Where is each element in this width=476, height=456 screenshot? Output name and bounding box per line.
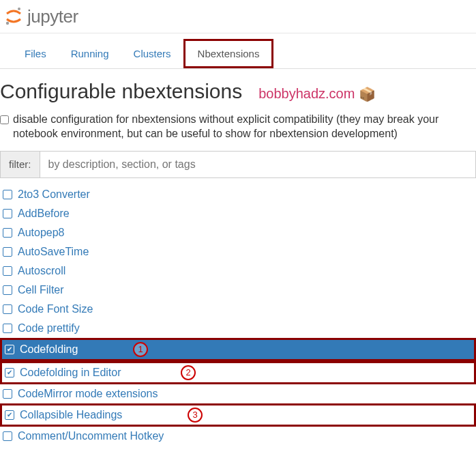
checkbox-checked-icon[interactable] [5,368,14,377]
checkbox-checked-icon[interactable] [5,410,14,420]
extension-name: Codefolding [20,343,78,356]
page-title: Configurable nbextensions [0,80,242,103]
filter-input[interactable] [40,151,476,178]
extension-item[interactable]: Cell Filter [0,281,476,300]
extension-name: AddBefore [18,208,70,220]
svg-point-0 [18,8,20,10]
extension-item[interactable]: Autoscroll [0,261,476,281]
extension-item[interactable]: CodeMirror mode extensions [0,384,476,403]
tab-nbextensions[interactable]: Nbextensions [183,39,274,68]
tab-files[interactable]: Files [12,39,59,68]
checkbox-unchecked-icon[interactable] [3,190,12,199]
cube-icon: 📦 [359,86,376,102]
checkbox-checked-icon[interactable] [5,345,14,354]
watermark: bobbyhadz.com 📦 [258,86,376,102]
disable-compat-row: disable configuration for nbextensions w… [0,113,476,141]
extension-name: Autopep8 [18,227,65,239]
filter-row: filter: [0,151,476,178]
annotation-badge: 2 [181,365,196,380]
extension-name: Codefolding in Editor [20,367,121,379]
logo[interactable]: jupyter [3,5,78,27]
extensions-list: 2to3 ConverterAddBeforeAutopep8AutoSaveT… [0,185,476,446]
extension-name: 2to3 Converter [18,188,90,201]
checkbox-unchecked-icon[interactable] [3,209,12,218]
extension-item[interactable]: Codefolding in Editor2 [0,361,476,384]
extension-item[interactable]: AddBefore [0,204,476,223]
extension-name: CodeMirror mode extensions [18,388,158,400]
brand-text: jupyter [27,6,78,27]
checkbox-unchecked-icon[interactable] [3,389,12,399]
svg-point-1 [6,22,9,25]
jupyter-icon [3,5,25,27]
extension-name: Code Font Size [18,303,93,315]
extension-item[interactable]: 2to3 Converter [0,185,476,204]
annotation-badge: 1 [133,342,148,357]
extension-name: AutoSaveTime [18,246,89,258]
checkbox-unchecked-icon[interactable] [3,247,12,257]
disable-compat-label: disable configuration for nbextensions w… [13,113,476,141]
checkbox-unchecked-icon[interactable] [3,324,12,333]
checkbox-unchecked-icon[interactable] [3,228,12,238]
extension-item[interactable]: Codefolding1 [0,338,476,361]
watermark-text: bobbyhadz.com [258,86,355,102]
extension-item[interactable]: Comment/Uncomment Hotkey [0,427,476,446]
checkbox-unchecked-icon[interactable] [3,431,12,441]
filter-label: filter: [0,151,40,178]
tab-clusters[interactable]: Clusters [121,39,183,68]
nav-tabs: Files Running Clusters Nbextensions [0,33,476,69]
extension-item[interactable]: Autopep8 [0,223,476,242]
extension-item[interactable]: Code Font Size [0,300,476,319]
disable-compat-checkbox[interactable] [0,115,9,124]
extension-name: Code prettify [18,322,80,334]
extension-name: Cell Filter [18,284,64,296]
checkbox-unchecked-icon[interactable] [3,266,12,276]
extension-name: Comment/Uncomment Hotkey [18,430,164,442]
extension-name: Collapsible Headings [20,409,122,421]
extension-item[interactable]: Code prettify [0,319,476,338]
checkbox-unchecked-icon[interactable] [3,304,12,314]
extension-item[interactable]: Collapsible Headings3 [0,403,476,427]
tab-running[interactable]: Running [59,39,121,68]
checkbox-unchecked-icon[interactable] [3,285,12,295]
main-content: Configurable nbextensions bobbyhadz.com … [0,69,476,446]
annotation-badge: 3 [188,408,203,423]
extension-item[interactable]: AutoSaveTime [0,242,476,261]
extension-name: Autoscroll [18,265,65,277]
app-header: jupyter [0,0,476,33]
